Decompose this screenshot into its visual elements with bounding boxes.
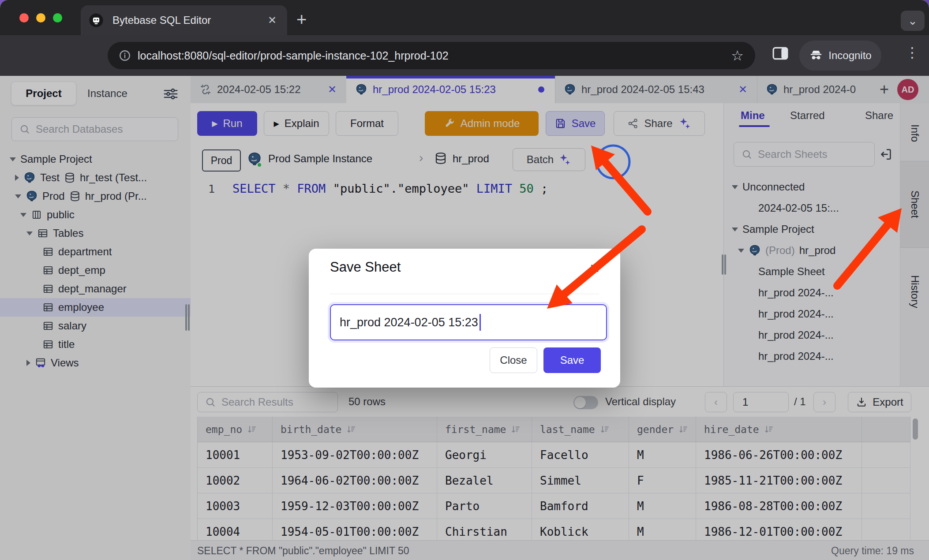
editor-tab-2-active[interactable]: hr_prod 2024-02-05 15:23 xyxy=(346,76,555,103)
caret-down-icon[interactable] xyxy=(15,194,21,198)
batch-button[interactable]: Batch xyxy=(513,148,585,171)
table-cell[interactable]: 10003 xyxy=(198,493,273,519)
table-cell[interactable]: Bezalel xyxy=(437,468,532,493)
url-text[interactable]: localhost:8080/sql-editor/prod-sample-in… xyxy=(138,49,449,62)
add-editor-tab-button[interactable]: + xyxy=(880,80,889,99)
instance-name[interactable]: Prod Sample Instance xyxy=(268,153,372,165)
tab-search-chevron-icon[interactable]: ⌄ xyxy=(901,11,925,31)
filter-sliders-icon[interactable] xyxy=(163,87,178,101)
table-cell[interactable]: Facello xyxy=(532,442,629,468)
export-button[interactable]: Export xyxy=(848,392,911,412)
sheet-item[interactable]: hr_prod 2024-... xyxy=(724,346,929,367)
sidebar-resize-handle[interactable] xyxy=(185,304,187,331)
browser-menu-icon[interactable]: ⋮ xyxy=(905,44,919,61)
macos-minimize-button[interactable] xyxy=(36,13,45,22)
table-cell[interactable]: 1954-05-01T00:00:00Z xyxy=(273,519,437,540)
tree-group-views[interactable]: Views xyxy=(0,354,217,372)
table-cell[interactable]: Simmel xyxy=(532,468,629,493)
browser-tab[interactable]: Bytebase SQL Editor ✕ xyxy=(81,5,287,35)
sheet-group-sample-project[interactable]: Sample Project xyxy=(724,219,908,240)
caret-down-icon[interactable] xyxy=(26,231,33,235)
share-button[interactable]: Share xyxy=(614,111,705,136)
rail-tab-info[interactable]: Info xyxy=(900,106,929,161)
page-number-input[interactable]: 1 xyxy=(733,392,789,412)
table-cell[interactable]: 1959-12-03T00:00:00Z xyxy=(273,493,437,519)
rail-tab-history[interactable]: History xyxy=(900,247,929,336)
editor-tab-4[interactable]: hr_prod 2024-0 xyxy=(757,76,876,103)
explain-button[interactable]: ▶ Explain xyxy=(264,111,329,136)
sheet-item[interactable]: 2024-02-05 15:... xyxy=(724,198,929,219)
sheet-item-sample-sheet[interactable]: Sample Sheet ⋯ xyxy=(724,261,929,282)
save-button[interactable]: Save xyxy=(546,111,605,136)
caret-right-icon[interactable] xyxy=(26,360,30,366)
caret-down-icon[interactable] xyxy=(20,213,26,217)
import-sheet-icon[interactable] xyxy=(879,147,893,161)
bookmark-star-icon[interactable]: ☆ xyxy=(731,47,744,64)
search-results-input[interactable]: Search Results xyxy=(197,392,338,412)
browser-tab-close-icon[interactable]: ✕ xyxy=(268,14,277,26)
table-cell-empty[interactable] xyxy=(862,493,910,519)
panel-resize-handle[interactable] xyxy=(722,254,723,275)
table-cell[interactable]: Bamford xyxy=(532,493,629,519)
column-header[interactable]: birth_date xyxy=(273,417,437,442)
search-sheets-input[interactable]: Search Sheets xyxy=(734,142,875,167)
table-cell[interactable]: M xyxy=(629,442,696,468)
sheet-item[interactable]: hr_prod 2024-... xyxy=(724,325,929,346)
tab-instance[interactable]: Instance xyxy=(87,82,127,105)
avatar[interactable]: AD xyxy=(897,79,918,100)
table-cell[interactable]: 1986-08-28T00:00:00Z xyxy=(696,493,862,519)
address-bar[interactable]: localhost:8080/sql-editor/prod-sample-in… xyxy=(108,42,755,69)
table-row[interactable]: 10001 1953-09-02T00:00:00Z Georgi Facell… xyxy=(198,442,910,468)
panel-resize-handle[interactable] xyxy=(724,254,726,275)
site-info-icon[interactable] xyxy=(118,49,131,62)
close-tab-icon[interactable]: ✕ xyxy=(328,83,337,96)
tree-group-tables[interactable]: Tables xyxy=(0,224,217,243)
caret-down-icon[interactable] xyxy=(10,157,16,161)
modal-save-button[interactable]: Save xyxy=(543,347,601,373)
column-header[interactable]: gender xyxy=(629,417,696,442)
admin-mode-button[interactable]: Admin mode xyxy=(425,111,539,136)
table-cell[interactable]: F xyxy=(629,468,696,493)
table-cell[interactable]: Koblick xyxy=(532,519,629,540)
search-databases-input[interactable]: Search Databases xyxy=(11,117,178,141)
tree-item-sample-project[interactable]: Sample Project xyxy=(0,150,200,168)
database-name[interactable]: hr_prod xyxy=(453,153,489,165)
tab-project[interactable]: Project xyxy=(11,82,76,105)
modal-close-icon[interactable]: ✕ xyxy=(589,261,600,276)
table-cell[interactable]: 10002 xyxy=(198,468,273,493)
table-cell[interactable]: M xyxy=(629,519,696,540)
sheet-name-input[interactable]: hr_prod 2024-02-05 15:23 xyxy=(330,304,607,340)
caret-down-icon[interactable] xyxy=(732,185,738,189)
new-tab-button[interactable]: + xyxy=(296,10,307,30)
table-cell[interactable]: 1953-09-02T00:00:00Z xyxy=(273,442,437,468)
table-cell[interactable]: 1986-12-01T00:00:00Z xyxy=(696,519,862,540)
caret-down-icon[interactable] xyxy=(738,249,744,253)
run-button[interactable]: ▶ Run xyxy=(197,111,257,136)
side-panel-icon[interactable] xyxy=(772,46,789,60)
column-header[interactable]: emp_no xyxy=(198,417,273,442)
sidebar-resize-handle[interactable] xyxy=(188,304,190,331)
editor-tab-1[interactable]: 2024-02-05 15:22 ✕ xyxy=(191,76,347,103)
sql-code-line[interactable]: SELECT * FROM "public"."employee" LIMIT … xyxy=(232,182,548,195)
prev-page-button[interactable]: ‹ xyxy=(705,392,727,412)
sheet-group-unconnected[interactable]: Unconnected xyxy=(724,176,908,198)
format-button[interactable]: Format xyxy=(336,111,398,136)
table-cell-empty[interactable] xyxy=(862,442,910,468)
column-header[interactable]: first_name xyxy=(437,417,532,442)
caret-down-icon[interactable] xyxy=(732,228,738,231)
sheet-item[interactable]: hr_prod 2024-... xyxy=(724,303,929,325)
tree-item-hr-test[interactable]: Test hr_test (Test... xyxy=(0,168,205,187)
table-cell[interactable]: 10004 xyxy=(198,519,273,540)
tab-starred[interactable]: Starred xyxy=(790,109,825,122)
table-cell[interactable]: 1964-06-02T00:00:00Z xyxy=(273,468,437,493)
table-cell[interactable]: Chirstian xyxy=(437,519,532,540)
next-page-button[interactable]: › xyxy=(813,392,835,412)
vertical-display-toggle[interactable] xyxy=(573,396,598,409)
sheet-group-prod-hr-prod[interactable]: (Prod) hr_prod xyxy=(724,240,914,261)
sheet-item[interactable]: hr_prod 2024-... xyxy=(724,282,929,303)
editor-tab-3[interactable]: hr_prod 2024-02-05 15:43 ✕ xyxy=(555,76,757,103)
modal-close-button[interactable]: Close xyxy=(490,347,537,373)
table-cell-empty[interactable] xyxy=(862,519,910,540)
column-header[interactable]: last_name xyxy=(532,417,629,442)
table-row[interactable]: 10002 1964-06-02T00:00:00Z Bezalel Simme… xyxy=(198,468,910,493)
